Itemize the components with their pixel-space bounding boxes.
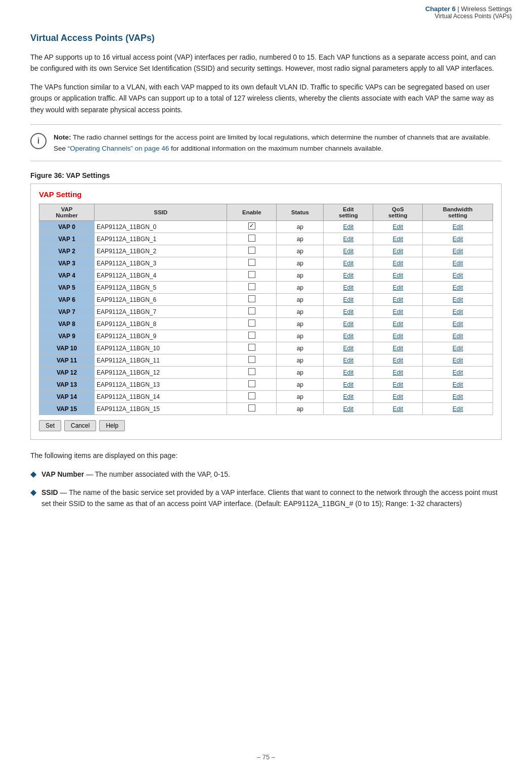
bandwidth-link[interactable]: Edit: [453, 223, 463, 231]
qos-link[interactable]: Edit: [392, 393, 403, 400]
edit-link[interactable]: Edit: [343, 296, 354, 303]
bandwidth-link[interactable]: Edit: [453, 272, 463, 279]
edit-link[interactable]: Edit: [343, 272, 354, 279]
checkbox-unchecked-icon[interactable]: [248, 368, 255, 375]
enable-checkbox[interactable]: [227, 391, 277, 403]
edit-setting-cell[interactable]: Edit: [324, 245, 373, 257]
qos-link[interactable]: Edit: [392, 296, 403, 303]
qos-setting-cell[interactable]: Edit: [373, 257, 423, 269]
edit-link[interactable]: Edit: [343, 381, 354, 388]
edit-link[interactable]: Edit: [343, 248, 354, 255]
checkbox-unchecked-icon[interactable]: [248, 356, 255, 363]
bandwidth-link[interactable]: Edit: [453, 236, 463, 243]
bandwidth-setting-cell[interactable]: Edit: [423, 354, 493, 367]
qos-link[interactable]: Edit: [392, 308, 403, 315]
bandwidth-link[interactable]: Edit: [453, 321, 463, 328]
bandwidth-link[interactable]: Edit: [453, 260, 463, 267]
edit-setting-cell[interactable]: Edit: [324, 318, 373, 330]
set-button[interactable]: Set: [39, 420, 61, 431]
edit-setting-cell[interactable]: Edit: [324, 379, 373, 391]
bandwidth-setting-cell[interactable]: Edit: [423, 342, 493, 354]
bandwidth-link[interactable]: Edit: [453, 405, 463, 413]
qos-link[interactable]: Edit: [392, 345, 403, 352]
qos-link[interactable]: Edit: [392, 260, 403, 267]
qos-setting-cell[interactable]: Edit: [373, 342, 423, 354]
bandwidth-link[interactable]: Edit: [453, 248, 463, 255]
bandwidth-setting-cell[interactable]: Edit: [423, 318, 493, 330]
enable-checkbox[interactable]: [227, 342, 277, 354]
bandwidth-link[interactable]: Edit: [453, 333, 463, 340]
qos-link[interactable]: Edit: [392, 405, 403, 413]
enable-checkbox[interactable]: [227, 403, 277, 415]
cancel-button[interactable]: Cancel: [64, 420, 96, 431]
checkbox-unchecked-icon[interactable]: [248, 319, 255, 327]
enable-checkbox[interactable]: [227, 379, 277, 391]
bandwidth-setting-cell[interactable]: Edit: [423, 269, 493, 282]
help-button[interactable]: Help: [99, 420, 125, 431]
edit-setting-cell[interactable]: Edit: [324, 282, 373, 294]
edit-setting-cell[interactable]: Edit: [324, 221, 373, 233]
edit-link[interactable]: Edit: [343, 260, 354, 267]
bandwidth-setting-cell[interactable]: Edit: [423, 221, 493, 233]
qos-setting-cell[interactable]: Edit: [373, 391, 423, 403]
enable-checkbox[interactable]: [227, 367, 277, 379]
bandwidth-link[interactable]: Edit: [453, 393, 463, 400]
bandwidth-setting-cell[interactable]: Edit: [423, 294, 493, 306]
enable-checkbox[interactable]: [227, 221, 277, 233]
bandwidth-setting-cell[interactable]: Edit: [423, 403, 493, 415]
qos-setting-cell[interactable]: Edit: [373, 318, 423, 330]
checkbox-unchecked-icon[interactable]: [248, 283, 255, 290]
edit-setting-cell[interactable]: Edit: [324, 403, 373, 415]
enable-checkbox[interactable]: [227, 330, 277, 342]
qos-link[interactable]: Edit: [392, 333, 403, 340]
edit-link[interactable]: Edit: [343, 236, 354, 243]
edit-setting-cell[interactable]: Edit: [324, 294, 373, 306]
edit-link[interactable]: Edit: [343, 405, 354, 413]
enable-checkbox[interactable]: [227, 318, 277, 330]
qos-setting-cell[interactable]: Edit: [373, 245, 423, 257]
edit-link[interactable]: Edit: [343, 393, 354, 400]
edit-link[interactable]: Edit: [343, 284, 354, 291]
enable-checkbox[interactable]: [227, 245, 277, 257]
edit-link[interactable]: Edit: [343, 308, 354, 315]
enable-checkbox[interactable]: [227, 269, 277, 282]
enable-checkbox[interactable]: [227, 354, 277, 367]
qos-setting-cell[interactable]: Edit: [373, 221, 423, 233]
qos-link[interactable]: Edit: [392, 248, 403, 255]
bandwidth-setting-cell[interactable]: Edit: [423, 367, 493, 379]
qos-setting-cell[interactable]: Edit: [373, 367, 423, 379]
edit-setting-cell[interactable]: Edit: [324, 269, 373, 282]
qos-link[interactable]: Edit: [392, 381, 403, 388]
qos-link[interactable]: Edit: [392, 223, 403, 231]
bandwidth-setting-cell[interactable]: Edit: [423, 233, 493, 245]
checkbox-unchecked-icon[interactable]: [248, 392, 255, 399]
bandwidth-setting-cell[interactable]: Edit: [423, 257, 493, 269]
edit-setting-cell[interactable]: Edit: [324, 342, 373, 354]
edit-link[interactable]: Edit: [343, 357, 354, 364]
checkbox-unchecked-icon[interactable]: [248, 344, 255, 351]
edit-link[interactable]: Edit: [343, 223, 354, 231]
bandwidth-setting-cell[interactable]: Edit: [423, 245, 493, 257]
qos-setting-cell[interactable]: Edit: [373, 269, 423, 282]
qos-link[interactable]: Edit: [392, 321, 403, 328]
bandwidth-link[interactable]: Edit: [453, 296, 463, 303]
edit-link[interactable]: Edit: [343, 333, 354, 340]
bandwidth-link[interactable]: Edit: [453, 308, 463, 315]
bandwidth-link[interactable]: Edit: [453, 284, 463, 291]
checkbox-checked-icon[interactable]: [248, 222, 255, 230]
qos-link[interactable]: Edit: [392, 369, 403, 376]
bandwidth-link[interactable]: Edit: [453, 345, 463, 352]
qos-link[interactable]: Edit: [392, 236, 403, 243]
edit-setting-cell[interactable]: Edit: [324, 354, 373, 367]
note-link[interactable]: “Operating Channels” on page 46: [68, 145, 169, 152]
edit-setting-cell[interactable]: Edit: [324, 391, 373, 403]
bandwidth-setting-cell[interactable]: Edit: [423, 306, 493, 318]
bandwidth-setting-cell[interactable]: Edit: [423, 330, 493, 342]
edit-setting-cell[interactable]: Edit: [324, 367, 373, 379]
qos-setting-cell[interactable]: Edit: [373, 354, 423, 367]
qos-setting-cell[interactable]: Edit: [373, 330, 423, 342]
checkbox-unchecked-icon[interactable]: [248, 271, 255, 278]
qos-setting-cell[interactable]: Edit: [373, 306, 423, 318]
qos-setting-cell[interactable]: Edit: [373, 282, 423, 294]
edit-link[interactable]: Edit: [343, 369, 354, 376]
